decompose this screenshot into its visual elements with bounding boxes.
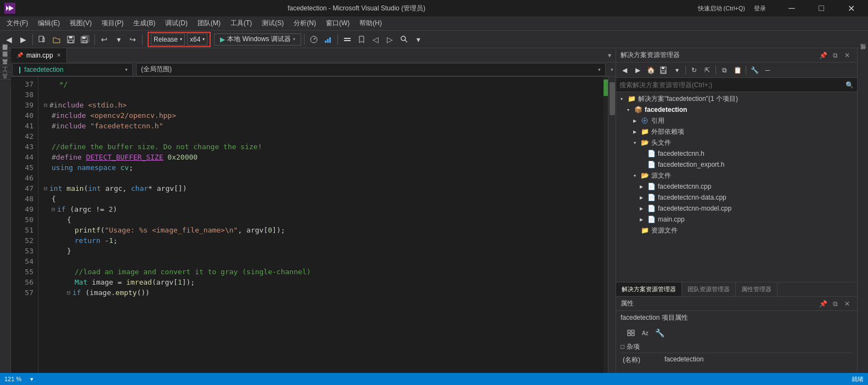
tree-facedetectcnn-data-cpp[interactable]: ▶ 📄 facedetectcnn-data.cpp	[616, 192, 857, 203]
config-arrow-icon: ▾	[180, 37, 182, 42]
forward-button[interactable]: ▶	[16, 33, 30, 46]
panel-close-button[interactable]: ✕	[842, 50, 853, 61]
props-pin-button[interactable]: 📌	[818, 298, 828, 309]
solution-search-input[interactable]	[619, 81, 846, 89]
menu-debug[interactable]: 调试(D)	[161, 18, 192, 30]
configuration-dropdown[interactable]: Release ▾	[151, 33, 185, 46]
properties-side-tab[interactable]: 属性	[858, 50, 868, 57]
menu-help[interactable]: 帮助(H)	[355, 18, 386, 30]
se-paste-button[interactable]: 📋	[731, 64, 743, 76]
tab-close-button[interactable]: ✕	[57, 52, 61, 58]
se-separator-1	[685, 66, 686, 75]
menu-project[interactable]: 项目(P)	[97, 18, 128, 30]
back-button[interactable]: ◀	[2, 33, 15, 46]
tree-resources[interactable]: 📁 资源文件	[616, 225, 857, 236]
property-manager-bottom-tab[interactable]: 属性管理器	[736, 282, 777, 297]
props-category-btn[interactable]	[625, 327, 637, 339]
toolbar-separator-1	[32, 34, 33, 45]
zoom-dropdown[interactable]: ▾	[30, 376, 33, 383]
panel-float-button[interactable]: ⧉	[830, 50, 841, 61]
tools2-tab[interactable]: 具	[0, 79, 11, 86]
navigate-next-button[interactable]: ▷	[384, 33, 397, 46]
menu-analyze[interactable]: 分析(N)	[289, 18, 320, 30]
navigate-prev-button[interactable]: ◁	[369, 33, 382, 46]
find-button[interactable]	[398, 33, 411, 46]
bookmark-button[interactable]	[355, 33, 368, 46]
quick-search[interactable]: 快速启动 (Ctrl+Q)	[698, 4, 745, 13]
fold-47-icon[interactable]: ⊟	[44, 183, 47, 194]
se-save-button[interactable]	[658, 64, 670, 76]
editor-scrollbar[interactable]	[608, 77, 616, 373]
menu-file[interactable]: 文件(F)	[2, 18, 32, 30]
toolbox-tab[interactable]: 工具箱	[0, 65, 11, 72]
props-wrench-btn[interactable]: 🔧	[653, 327, 666, 339]
tab-collapse-button[interactable]: ▾	[604, 52, 616, 59]
tree-references[interactable]: ▶ 引用	[616, 115, 857, 126]
se-copy-button[interactable]: ⧉	[718, 64, 730, 76]
menu-test[interactable]: 测试(S)	[257, 18, 288, 30]
platform-dropdown[interactable]: x64 ▾	[187, 33, 207, 46]
performance-button[interactable]	[307, 33, 320, 46]
save-all-button[interactable]	[78, 33, 92, 46]
code-area[interactable]: 37 38 39 40 41 42 43 44 45 46 47 48 49 5…	[11, 77, 616, 373]
save-button[interactable]	[64, 33, 77, 46]
nav-collapse-button[interactable]: ▾	[608, 67, 616, 72]
se-collapse-button[interactable]: ⇱	[701, 64, 713, 76]
se-back-button[interactable]: ◀	[618, 64, 630, 76]
fold-57-icon[interactable]: ⊟	[67, 287, 70, 298]
tree-main-cpp[interactable]: ▶ 📄 main.cpp	[616, 214, 857, 225]
profiler-button[interactable]	[322, 33, 335, 46]
tree-facedetection-export-h[interactable]: 📄 facedetection_export.h	[616, 159, 857, 170]
team-explorer-bottom-tab[interactable]: 团队资源管理器	[682, 282, 736, 297]
maximize-button[interactable]: □	[809, 0, 834, 16]
undo-button[interactable]: ↩	[98, 33, 111, 46]
menu-window[interactable]: 窗口(W)	[322, 18, 354, 30]
tree-facedetectcnn-cpp[interactable]: ▶ 📄 facedetectcnn.cpp	[616, 181, 857, 192]
panel-pin-button[interactable]: 📌	[818, 50, 828, 61]
minimize-button[interactable]: ─	[779, 0, 804, 16]
header-file-icon: 📄	[647, 149, 656, 158]
scope-dropdown[interactable]: ❙ facedetection ▾	[12, 63, 133, 76]
tree-external-deps[interactable]: ▶ 📁 外部依赖项	[616, 126, 857, 137]
scroll-thumb[interactable]	[610, 82, 615, 115]
menu-edit[interactable]: 编辑(E)	[33, 18, 64, 30]
se-properties-button[interactable]: 🔧	[748, 64, 760, 76]
undo-dropdown[interactable]: ▾	[112, 33, 125, 46]
new-project-button[interactable]	[36, 33, 49, 46]
solution-explorer-bottom-tab[interactable]: 解决方案资源管理器	[616, 282, 682, 297]
member-dropdown[interactable]: (全局范围) ▾	[136, 63, 606, 76]
props-float-button[interactable]: ⧉	[830, 298, 841, 309]
se-home-button[interactable]: 🏠	[645, 64, 657, 76]
tools-tab[interactable]: 工	[0, 72, 11, 79]
menu-view[interactable]: 视图(V)	[65, 18, 96, 30]
open-button[interactable]	[50, 33, 63, 46]
more-buttons[interactable]: ▾	[412, 33, 425, 46]
server-explorer-tab[interactable]: 服务器资源管理器	[0, 50, 11, 58]
fold-39-icon[interactable]: ⊟	[44, 100, 47, 110]
tree-sources[interactable]: ▾ 📂 源文件	[616, 170, 857, 181]
props-alphabetical-btn[interactable]: Az	[639, 327, 651, 339]
tree-facedetectcnn-h[interactable]: 📄 facedetectcnn.h	[616, 148, 857, 159]
se-refresh-button[interactable]: ↻	[688, 64, 700, 76]
tree-project[interactable]: ▾ 📦 facedetection	[616, 104, 857, 115]
menu-tools[interactable]: 工具(T)	[226, 18, 256, 30]
tree-solution-root[interactable]: ▾ 📁 解决方案"facedetection"(1 个项目)	[616, 93, 857, 104]
redo-button[interactable]: ↪	[126, 33, 139, 46]
props-close-button[interactable]: ✕	[842, 298, 853, 309]
main-cpp-arrow: ▶	[638, 216, 645, 223]
tree-headers[interactable]: ▾ 📂 头文件	[616, 137, 857, 148]
fold-49-icon[interactable]: ⊟	[52, 204, 55, 214]
tree-facedetectcnn-model-cpp[interactable]: ▶ 📄 facedetectcnn-model.cpp	[616, 203, 857, 214]
editor-tab-main-cpp[interactable]: 📌 main.cpp ✕	[11, 48, 67, 63]
breakpoint-button[interactable]	[341, 33, 354, 46]
menu-build[interactable]: 生成(B)	[129, 18, 160, 30]
se-minus-button[interactable]: ─	[762, 64, 774, 76]
menu-team[interactable]: 团队(M)	[193, 18, 225, 30]
data-sources-tab[interactable]: 数据源	[0, 58, 11, 65]
close-button[interactable]: ✕	[838, 0, 864, 16]
se-forward-button[interactable]: ▶	[632, 64, 644, 76]
login-button[interactable]: 登录	[754, 4, 766, 13]
code-line-37: */	[44, 79, 604, 89]
start-debug-button[interactable]: ▶ 本地 Windows 调试器 ▾	[214, 33, 301, 46]
code-editor[interactable]: */ ⊟ #include <stdio.h> #include <opencv…	[38, 77, 604, 373]
